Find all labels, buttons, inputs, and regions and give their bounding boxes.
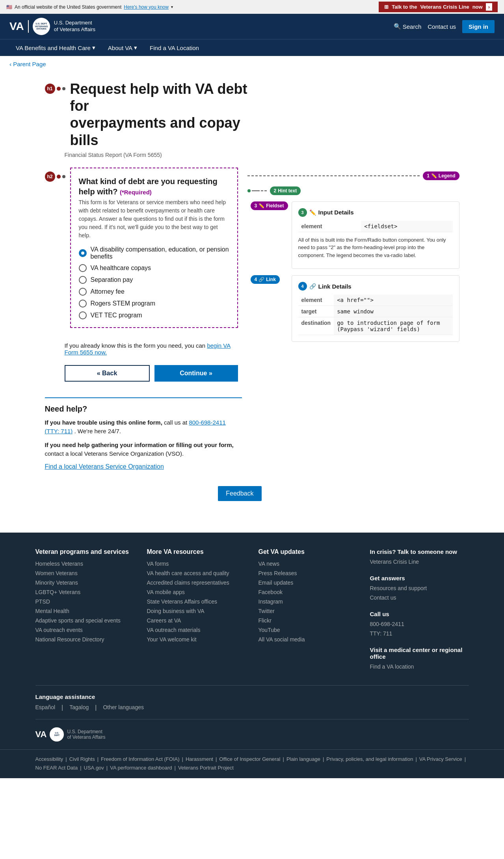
nav-benefits[interactable]: VA Benefits and Health Care ▾ <box>9 39 102 56</box>
va-logo[interactable]: VA U.S. DEPTVETERANSAFFAIRS U.S. Departm… <box>9 18 95 35</box>
legal-privacy-policies[interactable]: Privacy, policies, and legal information <box>326 756 413 763</box>
footer-link-careers[interactable]: Careers at VA <box>147 617 181 624</box>
footer-link-nrd[interactable]: National Resource Directory <box>35 636 104 643</box>
main-nav: VA Benefits and Health Care ▾ About VA ▾… <box>0 39 504 56</box>
footer-link-women[interactable]: Women Veterans <box>35 570 78 576</box>
footer-link-homeless[interactable]: Homeless Veterans <box>35 561 83 567</box>
link-details-panel: 4 🔗 Link Details element <a href=""> tar… <box>292 275 459 342</box>
back-button[interactable]: « Back <box>65 365 150 382</box>
phone-link[interactable]: 800-698-2411 <box>189 419 225 426</box>
footer-link-contact[interactable]: Contact us <box>370 594 396 601</box>
continue-button[interactable]: Continue » <box>154 365 238 382</box>
footer-link-minority[interactable]: Minority Veterans <box>35 579 78 586</box>
footer-link-lgbtq[interactable]: LGBTQ+ Veterans <box>35 589 81 595</box>
footer-link-twitter[interactable]: Twitter <box>259 608 275 614</box>
contact-link[interactable]: Contact us <box>428 23 456 30</box>
how-you-know-link[interactable]: Here's how you know <box>124 4 169 10</box>
footer-call-list: 800-698-2411 TTY: 711 <box>370 620 469 637</box>
footer-link-resources[interactable]: Resources and support <box>370 585 427 591</box>
radio-group: VA disability compensation, education, o… <box>79 246 229 319</box>
radio-option-2[interactable]: Separation pay <box>79 276 229 284</box>
link-pill[interactable]: 4 🔗 Link <box>251 275 280 284</box>
required-label: (*Required) <box>120 189 152 196</box>
legal-no-fear[interactable]: No FEAR Act Data <box>35 765 78 772</box>
list-item: PTSD <box>35 598 134 605</box>
need-help-heading: Need help? <box>45 404 242 414</box>
legal-portrait[interactable]: Veterans Portrait Project <box>178 765 234 772</box>
legal-accessibility[interactable]: Accessibility <box>35 756 63 763</box>
footer-link-press-releases[interactable]: Press Releases <box>259 570 297 576</box>
crisis-arrow[interactable]: › <box>486 3 492 11</box>
footer-link-health-access[interactable]: VA health care access and quality <box>147 570 229 576</box>
footer-link-mental-health[interactable]: Mental Health <box>35 608 69 614</box>
lang-espanol[interactable]: Español <box>35 704 56 711</box>
radio-option-4[interactable]: Rogers STEM program <box>79 300 229 307</box>
hint-pill[interactable]: 2 Hint text <box>270 186 301 195</box>
list-item: Instagram <box>259 598 357 605</box>
radio-option-3[interactable]: Attorney fee <box>79 288 229 296</box>
search-label: Search <box>403 23 422 30</box>
edit-icon-3: ✏️ <box>309 209 316 216</box>
site-footer: Veteran programs and services Homeless V… <box>0 533 504 749</box>
footer-link-instagram[interactable]: Instagram <box>259 598 283 605</box>
footer-link-outreach-materials[interactable]: VA outreach materials <box>147 627 201 633</box>
footer-link-tty[interactable]: TTY: 711 <box>370 630 392 637</box>
radio-option-0[interactable]: VA disability compensation, education, o… <box>79 246 229 260</box>
footer-link-email-updates[interactable]: Email updates <box>259 579 294 586</box>
va-dept-name: U.S. Department of Veterans Affairs <box>54 20 95 33</box>
radio-option-5[interactable]: VET TEC program <box>79 311 229 319</box>
legal-harassment[interactable]: Harassment <box>186 756 213 763</box>
input-details-body: All of this is built into the Form/Radio… <box>298 236 453 259</box>
footer-link-welcome-kit[interactable]: Your VA welcome kit <box>147 636 197 643</box>
legal-va-privacy[interactable]: VA Privacy Service <box>419 756 462 763</box>
find-vso-link[interactable]: Find a local Veterans Service Organizati… <box>45 463 164 470</box>
legal-inspector[interactable]: Office of Inspector General <box>219 756 280 763</box>
search-link[interactable]: 🔍 Search <box>394 23 422 30</box>
footer-link-va-forms[interactable]: VA forms <box>147 561 169 567</box>
footer-link-outreach-events[interactable]: VA outreach events <box>35 627 83 633</box>
legal-plain-language[interactable]: Plain language <box>286 756 320 763</box>
h1-dot <box>57 87 61 91</box>
footer-col2-heading: More VA resources <box>147 548 246 555</box>
footer-link-claims[interactable]: Accredited claims representatives <box>147 579 229 586</box>
footer-col-updates: Get VA updates VA news Press Releases Em… <box>259 548 357 673</box>
radio-circle-4 <box>79 300 87 307</box>
footer-link-mobile[interactable]: VA mobile apps <box>147 589 185 595</box>
lang-other[interactable]: Other languages <box>103 704 144 711</box>
footer-link-state-va[interactable]: State Veterans Affairs offices <box>147 598 217 605</box>
footer-link-crisis-line[interactable]: Veterans Crisis Line <box>370 559 419 565</box>
lang-tagalog[interactable]: Tagalog <box>69 704 89 711</box>
radio-circle-0 <box>79 249 87 257</box>
signin-button[interactable]: Sign in <box>462 20 495 33</box>
legal-usa-gov[interactable]: USA.gov <box>84 765 104 772</box>
tty-link[interactable]: (TTY: 711) <box>45 428 73 434</box>
footer-link-ptsd[interactable]: PTSD <box>35 598 50 605</box>
nav-find-location[interactable]: Find a VA Location <box>143 39 205 56</box>
nav-about[interactable]: About VA ▾ <box>102 39 143 56</box>
list-item: Email updates <box>259 579 357 586</box>
radio-option-1[interactable]: VA healthcare copays <box>79 264 229 272</box>
footer-link-adaptive[interactable]: Adaptive sports and special events <box>35 617 121 624</box>
footer-link-youtube[interactable]: YouTube <box>259 627 280 633</box>
footer-link-all-social[interactable]: All VA social media <box>259 636 305 643</box>
crisis-text-prefix: Talk to the <box>392 4 417 10</box>
feedback-button[interactable]: Feedback <box>218 486 261 501</box>
crisis-bar[interactable]: ⊞ Talk to the Veterans Crisis Line now › <box>379 2 498 12</box>
footer-visit-list: Find a VA location <box>370 663 469 670</box>
list-item: VA news <box>259 560 357 567</box>
fieldset-pill[interactable]: 3 ✏️ Fieldset <box>251 201 288 210</box>
list-item: Minority Veterans <box>35 579 134 586</box>
annotation-1: 1 ✏️ Legend <box>247 171 459 180</box>
legal-civil-rights[interactable]: Civil Rights <box>69 756 95 763</box>
need-help-section: Need help? If you have trouble using thi… <box>45 397 242 470</box>
breadcrumb-link[interactable]: Parent Page <box>9 61 46 67</box>
footer-link-find-location[interactable]: Find a VA location <box>370 663 414 670</box>
footer-link-flickr[interactable]: Flickr <box>259 617 272 624</box>
footer-link-doing-business[interactable]: Doing business with VA <box>147 608 205 614</box>
legend-pill[interactable]: 1 ✏️ Legend <box>423 171 459 180</box>
legal-foia[interactable]: Freedom of Information Act (FOIA) <box>101 756 179 763</box>
footer-link-phone[interactable]: 800-698-2411 <box>370 621 404 627</box>
legal-performance[interactable]: VA performance dashboard <box>110 765 172 772</box>
footer-link-va-news[interactable]: VA news <box>259 561 279 567</box>
footer-link-facebook[interactable]: Facebook <box>259 589 283 595</box>
